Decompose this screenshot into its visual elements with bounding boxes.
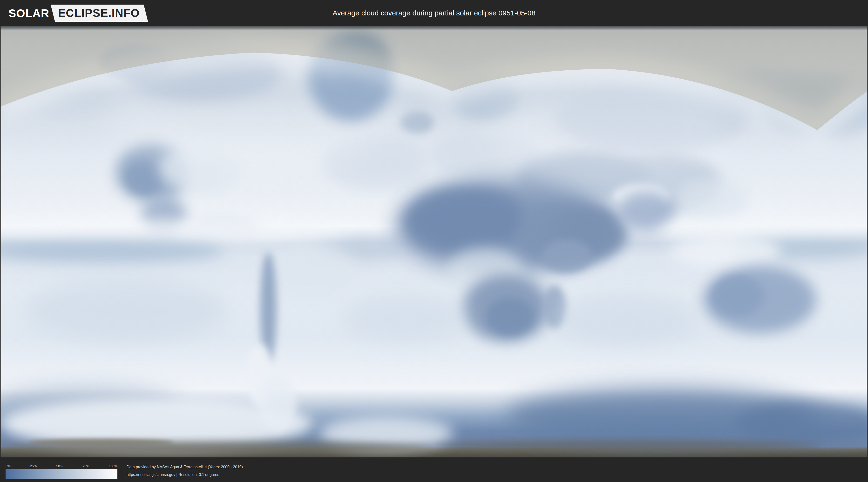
map-left-edge: [0, 26, 1, 457]
logo-text-eclipse-info: ECLIPSE.INFO: [58, 6, 140, 20]
page-title: Average cloud coverage during partial so…: [333, 0, 535, 26]
data-attribution: Data provided by NASAs Aqua & Terra sate…: [127, 463, 243, 479]
map-right-edge: [867, 26, 868, 457]
legend-gradient-bar: [5, 469, 117, 479]
cloud-coverage-legend: 0% 25% 50% 75% 100%: [5, 464, 117, 479]
attribution-line1: Data provided by NASAs Aqua & Terra sate…: [127, 463, 243, 471]
legend-tick-labels: 0% 25% 50% 75% 100%: [5, 464, 117, 468]
attribution-line2: https://neo.sci.gsfc.nasa.gov | Resoluti…: [127, 471, 243, 479]
solar-eclipse-info-page: SOLAR ECLIPSE.INFO Average cloud coverag…: [0, 0, 868, 482]
map-top-border: [0, 26, 868, 27]
cloud-coverage-map: [0, 26, 868, 457]
logo-box: ECLIPSE.INFO: [51, 5, 148, 22]
legend-tick-50: 50%: [56, 464, 63, 468]
header-bar: SOLAR ECLIPSE.INFO Average cloud coverag…: [0, 0, 868, 26]
eclipse-visibility-overlay: [0, 26, 868, 457]
site-logo[interactable]: SOLAR ECLIPSE.INFO: [8, 0, 146, 26]
legend-tick-100: 100%: [109, 464, 117, 468]
legend-tick-0: 0%: [5, 464, 10, 468]
legend-tick-25: 25%: [30, 464, 37, 468]
footer-bar: 0% 25% 50% 75% 100% Data provided by NAS…: [0, 457, 868, 482]
legend-tick-75: 75%: [83, 464, 89, 468]
logo-text-solar: SOLAR: [8, 6, 50, 20]
